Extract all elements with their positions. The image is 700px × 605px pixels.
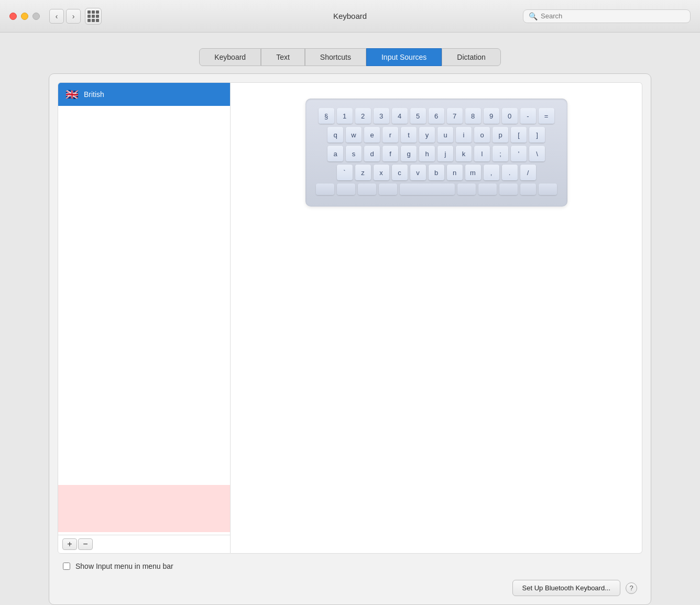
- key-left-arrow[interactable]: [499, 183, 518, 195]
- tabs: Keyboard Text Shortcuts Input Sources Di…: [49, 48, 651, 66]
- content-area: Keyboard Text Shortcuts Input Sources Di…: [49, 48, 651, 605]
- key-9[interactable]: 9: [484, 108, 499, 124]
- keyboard-row-4: ` z x c v b n m , . /: [316, 165, 557, 180]
- key-3[interactable]: 3: [374, 108, 389, 124]
- key-i[interactable]: i: [456, 127, 472, 143]
- grid-button[interactable]: [85, 8, 102, 25]
- key-backslash[interactable]: \: [529, 146, 545, 161]
- key-8[interactable]: 8: [465, 108, 481, 124]
- key-u[interactable]: u: [438, 127, 453, 143]
- keyboard-row-1: § 1 2 3 4 5 6 7 8 9 0 - =: [316, 108, 557, 124]
- key-period[interactable]: .: [502, 165, 518, 180]
- key-w[interactable]: w: [346, 127, 362, 143]
- key-5[interactable]: 5: [410, 108, 426, 124]
- panel-inner: 🇬🇧 British + − § 1 2: [58, 82, 642, 554]
- sidebar-controls: + −: [58, 535, 230, 553]
- search-icon: 🔍: [529, 12, 538, 20]
- keyboard-row-2: q w e r t y u i o p [ ]: [316, 127, 557, 143]
- back-button[interactable]: ‹: [49, 9, 64, 24]
- key-s[interactable]: s: [346, 146, 362, 161]
- bottom-bar: Set Up Bluetooth Keyboard... ?: [58, 580, 642, 596]
- key-j[interactable]: j: [438, 146, 453, 161]
- key-n[interactable]: n: [447, 165, 463, 180]
- key-2[interactable]: 2: [355, 108, 371, 124]
- minimize-button[interactable]: [21, 13, 28, 20]
- key-1[interactable]: 1: [337, 108, 353, 124]
- show-input-menu-label: Show Input menu in menu bar: [75, 562, 173, 570]
- key-4[interactable]: 4: [392, 108, 408, 124]
- grid-icon: [88, 10, 99, 22]
- tab-text[interactable]: Text: [261, 48, 305, 66]
- key-close-bracket[interactable]: ]: [529, 127, 545, 143]
- key-right-arrow[interactable]: [539, 183, 557, 195]
- window-title: Keyboard: [333, 12, 367, 20]
- key-p[interactable]: p: [493, 127, 508, 143]
- key-ctrl[interactable]: [337, 183, 355, 195]
- key-backtick[interactable]: `: [337, 165, 353, 180]
- key-equals[interactable]: =: [539, 108, 554, 124]
- pink-highlight-area: [58, 485, 230, 532]
- key-comma[interactable]: ,: [484, 165, 499, 180]
- key-f[interactable]: f: [382, 146, 398, 161]
- help-button[interactable]: ?: [626, 582, 637, 594]
- key-r[interactable]: r: [382, 127, 398, 143]
- key-z[interactable]: z: [355, 165, 371, 180]
- key-semicolon[interactable]: ;: [493, 146, 508, 161]
- tab-dictation[interactable]: Dictation: [442, 48, 500, 66]
- sidebar-item-british[interactable]: 🇬🇧 British: [58, 83, 230, 106]
- british-flag-icon: 🇬🇧: [65, 88, 79, 101]
- forward-button[interactable]: ›: [66, 9, 81, 24]
- key-b[interactable]: b: [429, 165, 444, 180]
- show-input-menu-checkbox[interactable]: [63, 563, 70, 570]
- key-slash[interactable]: /: [520, 165, 536, 180]
- key-0[interactable]: 0: [502, 108, 518, 124]
- key-t[interactable]: t: [401, 127, 417, 143]
- panel: 🇬🇧 British + − § 1 2: [49, 73, 651, 605]
- titlebar: ‹ › Keyboard 🔍: [0, 0, 700, 33]
- key-space[interactable]: [400, 183, 455, 195]
- setup-bluetooth-keyboard-button[interactable]: Set Up Bluetooth Keyboard...: [512, 580, 620, 596]
- keyboard-visual: § 1 2 3 4 5 6 7 8 9 0 - =: [305, 99, 567, 207]
- tab-keyboard[interactable]: Keyboard: [199, 48, 261, 66]
- key-up-arrow[interactable]: [520, 183, 536, 195]
- key-h[interactable]: h: [419, 146, 435, 161]
- key-m[interactable]: m: [465, 165, 481, 180]
- remove-input-source-button[interactable]: −: [78, 538, 93, 550]
- key-open-bracket[interactable]: [: [511, 127, 527, 143]
- key-l[interactable]: l: [474, 146, 490, 161]
- traffic-lights: [9, 13, 40, 20]
- main-right-panel: § 1 2 3 4 5 6 7 8 9 0 - =: [231, 82, 642, 554]
- search-input[interactable]: [541, 12, 685, 20]
- nav-buttons: ‹ ›: [49, 9, 81, 24]
- key-x[interactable]: x: [374, 165, 389, 180]
- key-q[interactable]: q: [327, 127, 343, 143]
- key-opt-right[interactable]: [478, 183, 497, 195]
- keyboard-bottom-row: [316, 183, 557, 195]
- key-minus[interactable]: -: [520, 108, 536, 124]
- key-v[interactable]: v: [410, 165, 426, 180]
- tab-input-sources[interactable]: Input Sources: [366, 48, 442, 66]
- search-box[interactable]: 🔍: [523, 9, 691, 23]
- close-button[interactable]: [9, 13, 17, 20]
- key-k[interactable]: k: [456, 146, 472, 161]
- key-cmd-right[interactable]: [457, 183, 476, 195]
- key-o[interactable]: o: [474, 127, 490, 143]
- key-c[interactable]: c: [392, 165, 408, 180]
- key-fn[interactable]: [316, 183, 334, 195]
- key-cmd-left[interactable]: [379, 183, 397, 195]
- key-section[interactable]: §: [319, 108, 334, 124]
- key-a[interactable]: a: [327, 146, 343, 161]
- key-apostrophe[interactable]: ': [511, 146, 527, 161]
- add-input-source-button[interactable]: +: [62, 538, 77, 550]
- checkbox-row: Show Input menu in menu bar: [58, 562, 642, 570]
- key-e[interactable]: e: [364, 127, 380, 143]
- sidebar: 🇬🇧 British + −: [58, 82, 231, 554]
- key-g[interactable]: g: [401, 146, 417, 161]
- maximize-button[interactable]: [32, 13, 40, 20]
- key-opt[interactable]: [358, 183, 376, 195]
- key-7[interactable]: 7: [447, 108, 463, 124]
- key-y[interactable]: y: [419, 127, 435, 143]
- key-d[interactable]: d: [364, 146, 380, 161]
- key-6[interactable]: 6: [429, 108, 444, 124]
- tab-shortcuts[interactable]: Shortcuts: [305, 48, 366, 66]
